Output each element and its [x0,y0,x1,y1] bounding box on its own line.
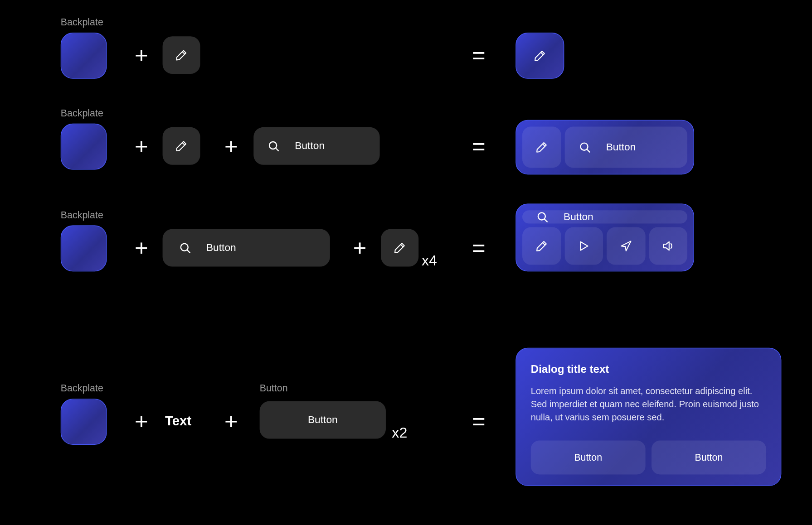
pencil-icon [535,239,548,252]
equals-operator: = [472,235,486,261]
equals-operator: = [472,133,486,159]
pencil-icon [393,241,406,254]
search-button[interactable]: Button [253,127,379,165]
dialog-button-1[interactable]: Button [531,441,646,475]
button-input-label: Button [260,383,288,394]
speaker-button[interactable] [649,227,687,265]
backplate-swatch [61,399,107,445]
button-label: Button [695,452,723,463]
pencil-button[interactable] [522,127,561,168]
plus-operator: + [135,235,148,261]
result-dialog: Dialog title text Lorem ipsum dolor sit … [515,348,781,486]
multiplier-x2: x2 [392,424,407,441]
search-button[interactable]: Button [163,229,330,267]
equals-operator: = [472,43,486,69]
play-button[interactable] [564,227,603,265]
button-label: Button [574,452,602,463]
backplate-swatch [61,124,107,170]
plus-operator: + [353,235,367,261]
button-label: Button [606,141,636,154]
equation-row-4: Backplate + Text + Button Button x2 = Di… [0,327,812,521]
backplate-label: Backplate [61,17,103,28]
pencil-icon [175,140,188,153]
text-token: Text [165,413,191,429]
send-icon [619,239,632,252]
result-panel: Button [515,203,694,271]
play-icon [577,239,590,252]
pencil-icon [535,140,548,154]
backplate-label: Backplate [61,108,103,119]
pencil-button[interactable] [522,227,561,265]
plus-operator: + [135,133,148,159]
dialog-button-2[interactable]: Button [652,441,766,475]
result-icon-button[interactable] [515,33,564,79]
icon-button-row [522,227,687,265]
icon-button-pencil[interactable] [163,36,200,74]
plus-operator: + [135,409,148,435]
button-label: Button [295,140,325,152]
equals-operator: = [472,409,486,435]
backplate-label: Backplate [61,383,103,394]
equation-row-1: Backplate + = [0,18,812,109]
send-button[interactable] [607,227,645,265]
icon-button-pencil[interactable] [381,229,418,267]
backplate-swatch [61,33,107,79]
plus-operator: + [135,43,148,69]
dialog-button-row: Button Button [531,441,766,475]
search-icon [578,140,591,154]
search-icon [178,241,191,254]
dialog-title: Dialog title text [531,363,766,376]
plus-operator: + [224,409,238,435]
button-label: Button [308,414,338,426]
button-label: Button [206,242,236,254]
generic-button[interactable]: Button [260,401,386,439]
equation-row-2: Backplate + + Button = Button [0,109,812,200]
backplate-swatch [61,226,107,272]
search-icon [535,210,549,223]
equation-row-3: Backplate + Button + x4 = Button [0,200,812,327]
pencil-icon [533,49,546,62]
button-label: Button [564,211,593,223]
multiplier-x4: x4 [422,252,437,269]
search-button[interactable]: Button [522,210,687,223]
plus-operator: + [224,133,238,159]
icon-button-pencil[interactable] [163,127,200,165]
speaker-icon [661,239,675,252]
result-toolbar: Button [515,120,694,174]
pencil-icon [175,48,188,62]
dialog-body: Lorem ipsum dolor sit amet, consectetur … [531,384,766,424]
backplate-label: Backplate [61,210,103,221]
search-icon [267,140,280,153]
search-button[interactable]: Button [565,127,687,168]
